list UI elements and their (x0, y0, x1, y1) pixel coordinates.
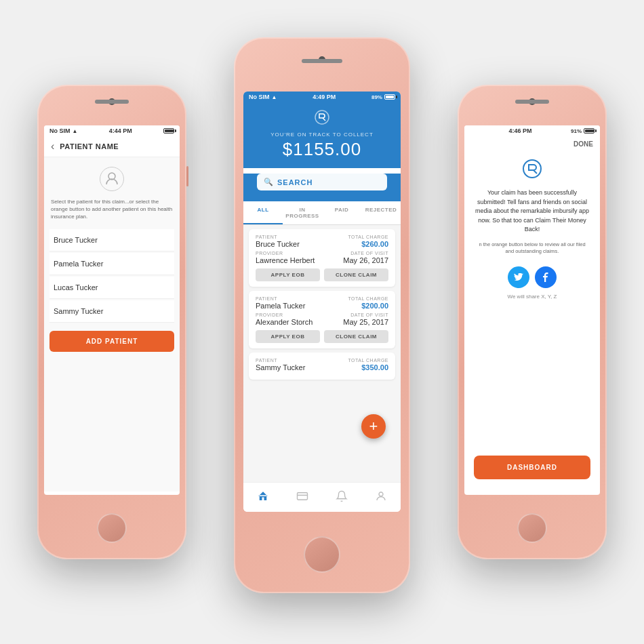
claim-1-patient-label: PATIENT (256, 235, 300, 239)
center-app-logo (251, 109, 393, 129)
center-amount: $1155.00 (251, 139, 393, 160)
right-app-logo (522, 159, 542, 183)
claim-2-patient-col: PATIENT Pamela Tucker (256, 296, 305, 310)
left-status-bar: No SIM ▲ 4:44 PM (44, 125, 180, 136)
claim-2-date-value: May 25, 2017 (343, 318, 388, 326)
claim-1-bottom-row: PROVIDER Lawrence Herbert DATE OF VISIT … (256, 251, 388, 264)
patient-lucas[interactable]: Lucas Tucker (49, 277, 174, 299)
left-time: 4:44 PM (109, 127, 132, 134)
add-patient-button[interactable]: ADD PATIENT (49, 331, 174, 352)
claim-1-clone-claim-button[interactable]: CLONE CLAIM (324, 268, 388, 281)
right-phone-screen: 4:46 PM 91% DONE (464, 125, 600, 495)
claim-card-2: PATIENT Pamela Tucker TOTAL CHARGE $200.… (249, 291, 395, 348)
claim-1-charge-value: $260.00 (348, 240, 388, 248)
tab-in-progress[interactable]: IN PROGRESS (283, 201, 322, 224)
tab-rejected[interactable]: REJECTED (361, 201, 401, 224)
center-phone-screen: No SIM ▲ 4:49 PM 89% (243, 92, 401, 512)
search-icon: 🔍 (264, 178, 273, 186)
claim-2-apply-eob-button[interactable]: APPLY EOB (256, 330, 320, 343)
patient-bruce[interactable]: Bruce Tucker (49, 229, 174, 251)
claim-2-provider-label: PROVIDER (256, 313, 313, 317)
right-battery-fill (585, 129, 594, 132)
center-wifi-icon: ▲ (272, 94, 277, 100)
claim-1-charge-col: TOTAL CHARGE $260.00 (348, 235, 388, 248)
right-content: Your claim has been successfully submitt… (464, 152, 600, 486)
right-status-bar: 4:46 PM 91% (464, 125, 600, 136)
center-time: 4:49 PM (313, 94, 336, 100)
tab-all[interactable]: ALL (243, 201, 283, 224)
tab-paid[interactable]: PAID (322, 201, 361, 224)
right-phone: 4:46 PM 91% DONE (458, 85, 607, 559)
bottom-nav-home[interactable] (257, 490, 269, 505)
fab-add-button[interactable]: + (361, 414, 386, 439)
claim-2-charge-label: TOTAL CHARGE (348, 296, 388, 301)
center-home-button[interactable] (304, 536, 340, 573)
claim-1-patient-value: Bruce Tucker (256, 240, 300, 248)
right-status-right: 91% (571, 128, 595, 134)
left-phone-side-btn (186, 166, 188, 186)
svg-point-1 (315, 110, 329, 124)
center-search-bar[interactable]: 🔍 SEARCH (257, 174, 387, 190)
social-share-row (508, 266, 557, 288)
bottom-nav-card[interactable] (296, 490, 308, 505)
scene: No SIM ▲ 4:44 PM ‹ PATIENT NAME (17, 24, 627, 620)
claim-2-clone-claim-button[interactable]: CLONE CLAIM (324, 330, 388, 343)
svg-rect-2 (298, 492, 308, 500)
claim-2-buttons: APPLY EOB CLONE CLAIM (256, 330, 388, 343)
center-track-text: YOU'RE ON TRACK TO COLLECT (251, 132, 393, 138)
right-claim-text: Your claim has been successfully submitt… (474, 188, 590, 235)
claim-2-bottom-row: PROVIDER Alexander Storch DATE OF VISIT … (256, 313, 388, 326)
left-home-button[interactable] (97, 513, 127, 543)
right-battery-pct: 91% (571, 128, 582, 134)
right-time: 4:46 PM (508, 127, 531, 134)
claim-3-charge-label: TOTAL CHARGE (348, 358, 388, 363)
center-battery-pct: 89% (371, 94, 382, 100)
bottom-nav-person[interactable] (375, 490, 387, 505)
center-status-bar: No SIM ▲ 4:49 PM 89% (243, 92, 401, 102)
right-prompt-text: n the orange button below to review all … (474, 241, 590, 256)
center-battery-fill (386, 96, 394, 98)
claim-1-provider-col: PROVIDER Lawrence Herbert (256, 251, 315, 264)
facebook-share-button[interactable] (535, 266, 557, 288)
center-battery-icon (384, 94, 395, 100)
bottom-nav-bell[interactable] (336, 490, 348, 505)
center-tabs: ALL IN PROGRESS PAID REJECTED (243, 201, 401, 225)
left-phone: No SIM ▲ 4:44 PM ‹ PATIENT NAME (37, 85, 186, 559)
left-battery-fill (165, 129, 174, 132)
left-content: Select the patient for this claim...or s… (44, 157, 180, 491)
left-carrier: No SIM (49, 127, 71, 134)
claim-3-patient-value: Sammy Tucker (256, 363, 305, 371)
claim-1-apply-eob-button[interactable]: APPLY EOB (256, 268, 320, 281)
patient-sammy[interactable]: Sammy Tucker (49, 300, 174, 323)
right-phone-speaker (515, 100, 549, 104)
claim-card-1: PATIENT Bruce Tucker TOTAL CHARGE $260.0… (249, 229, 395, 287)
claim-2-charge-value: $200.00 (348, 302, 388, 310)
claim-1-provider-value: Lawrence Herbert (256, 256, 315, 264)
center-phone-speaker (302, 59, 342, 63)
patient-pamela[interactable]: Pamela Tucker (49, 253, 174, 275)
done-button[interactable]: DONE (573, 140, 593, 148)
left-description: Select the patient for this claim...or s… (49, 195, 174, 224)
claim-2-patient-label: PATIENT (256, 296, 305, 301)
claim-3-charge-value: $350.00 (348, 363, 388, 371)
left-nav-title: PATIENT NAME (60, 142, 119, 150)
claim-1-patient-col: PATIENT Bruce Tucker (256, 235, 300, 248)
claim-3-patient-label: PATIENT (256, 358, 305, 363)
svg-point-4 (379, 492, 383, 496)
user-avatar (100, 167, 124, 191)
left-phone-screen: No SIM ▲ 4:44 PM ‹ PATIENT NAME (44, 125, 180, 495)
left-phone-speaker (95, 100, 129, 104)
right-done-nav: DONE (464, 136, 600, 152)
left-wifi-icon: ▲ (73, 128, 78, 134)
bottom-nav (243, 482, 401, 512)
claim-1-date-value: May 26, 2017 (343, 256, 388, 264)
claim-3-charge-col: TOTAL CHARGE $350.00 (348, 358, 388, 371)
right-home-button[interactable] (517, 513, 547, 543)
claim-3-patient-col: PATIENT Sammy Tucker (256, 358, 305, 371)
twitter-share-button[interactable] (508, 266, 529, 288)
back-arrow-icon[interactable]: ‹ (51, 140, 54, 153)
claim-2-date-col: DATE OF VISIT May 25, 2017 (343, 313, 388, 326)
claim-1-charge-label: TOTAL CHARGE (348, 235, 388, 239)
dashboard-button[interactable]: DASHBOARD (474, 456, 590, 479)
claim-2-provider-value: Alexander Storch (256, 318, 313, 326)
